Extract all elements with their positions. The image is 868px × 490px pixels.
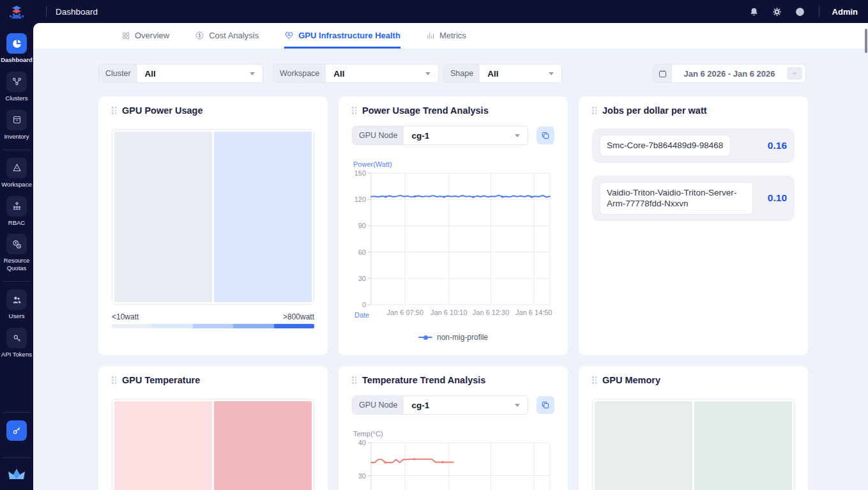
shape-filter-label: Shape xyxy=(444,65,480,82)
tab-overview[interactable]: Overview xyxy=(121,23,169,49)
chevron-down-icon xyxy=(549,72,554,75)
date-range-field[interactable]: Jan 6 2026 - Jan 6 2026 xyxy=(672,64,806,83)
shape-filter[interactable]: Shape All xyxy=(443,64,562,83)
svg-text:30: 30 xyxy=(358,275,366,282)
cards-row-2: GPU Temperature Temperature Trend Analys… xyxy=(98,366,868,490)
settings-button[interactable] xyxy=(772,6,783,17)
workspace-filter-label: Workspace xyxy=(273,65,326,82)
shape-filter-value: All xyxy=(480,69,549,79)
tab-metrics[interactable]: Metrics xyxy=(426,23,466,49)
card-title: GPU Memory xyxy=(602,375,660,385)
calendar-icon xyxy=(658,69,667,79)
bell-icon xyxy=(749,6,759,17)
cards-row-1: GPU Power Usage <10watt >800watt xyxy=(98,96,868,355)
date-range-value: Jan 6 2026 - Jan 6 2026 xyxy=(672,69,787,79)
sidebar-item-dashboard[interactable]: Dashboard xyxy=(0,33,33,64)
gpu-power-usage-card: GPU Power Usage <10watt >800watt xyxy=(98,96,328,355)
dashboard-tile[interactable] xyxy=(6,33,27,54)
inventory-tile[interactable] xyxy=(6,110,27,130)
date-chevron-button[interactable] xyxy=(787,67,802,80)
sidebar-item-label: Workspace xyxy=(1,181,33,188)
chevron-down-icon xyxy=(515,404,520,407)
power-heatmap xyxy=(112,129,314,305)
coins-clock-icon xyxy=(11,239,22,250)
copy-button[interactable] xyxy=(537,126,554,144)
svg-text:Jan 6 07:50: Jan 6 07:50 xyxy=(386,309,423,316)
chevron-down-icon xyxy=(515,134,520,137)
heatmap-cell[interactable] xyxy=(214,132,312,302)
users-tile[interactable] xyxy=(6,289,27,310)
card-title: Jobs per dollar per watt xyxy=(602,105,707,116)
legend-max-label: >800watt xyxy=(283,312,314,321)
sidebar-item-clusters[interactable]: Clusters xyxy=(0,72,33,102)
job-name: Smc-Core-7b864489d9-98468 xyxy=(600,135,730,157)
rbac-tile[interactable] xyxy=(6,196,27,217)
sidebar-item-label: Clusters xyxy=(1,95,33,102)
sidebar-item-label: Dashboard xyxy=(1,56,33,64)
drag-handle-icon[interactable] xyxy=(112,376,116,384)
crown-logo xyxy=(7,467,26,484)
sidebar-item-label: API Tokens xyxy=(1,351,33,358)
gpu-node-select[interactable]: GPU Node cg-1 xyxy=(352,395,528,415)
drag-handle-icon[interactable] xyxy=(352,376,356,384)
resource-quotas-tile[interactable] xyxy=(6,234,27,254)
sidebar-item-resource-quotas[interactable]: Resource Quotas xyxy=(0,234,33,272)
workspace-filter[interactable]: Workspace All xyxy=(273,64,439,83)
gpu-temperature-card: GPU Temperature xyxy=(98,366,328,490)
heatmap-cell[interactable] xyxy=(214,401,312,490)
chevron-down-icon xyxy=(791,70,798,77)
drag-handle-icon[interactable] xyxy=(592,107,597,114)
svg-text:Jan 6 14:50: Jan 6 14:50 xyxy=(515,309,552,316)
heatmap-cell[interactable] xyxy=(114,132,212,302)
svg-text:Jan 6 10:10: Jan 6 10:10 xyxy=(430,309,468,316)
gpu-node-select[interactable]: GPU Node cg-1 xyxy=(352,126,528,145)
sidebar-item-rbac[interactable]: RBAC xyxy=(0,196,33,227)
tab-gpu-infrastructure-health[interactable]: GPU Infrastructure Health xyxy=(284,23,400,49)
users-icon xyxy=(11,295,22,305)
heatmap-cell[interactable] xyxy=(114,401,212,490)
drag-handle-icon[interactable] xyxy=(352,107,356,114)
prism-icon xyxy=(11,162,22,173)
breadcrumb: Dashboard xyxy=(56,7,98,17)
copy-button[interactable] xyxy=(537,396,554,414)
y-axis-title: Power(Watt) xyxy=(352,160,554,168)
drag-handle-icon[interactable] xyxy=(112,107,116,114)
card-title: GPU Power Usage xyxy=(122,105,203,116)
notifications-button[interactable] xyxy=(749,6,760,17)
heatmap-cell[interactable] xyxy=(694,401,792,490)
drag-handle-icon[interactable] xyxy=(592,376,597,384)
sidebar-item-users[interactable]: Users xyxy=(0,289,33,320)
help-button[interactable]: ? xyxy=(795,6,806,17)
date-range-picker[interactable]: Jan 6 2026 - Jan 6 2026 xyxy=(653,64,806,83)
network-icon xyxy=(11,76,22,87)
scrollbar-thumb[interactable] xyxy=(865,29,867,53)
api-tokens-tile[interactable] xyxy=(6,328,27,348)
svg-text:0: 0 xyxy=(362,301,366,309)
heatmap-cell[interactable] xyxy=(595,401,692,490)
top-bar: Dashboard ? Admin xyxy=(33,0,868,23)
sidebar-item-api-tokens[interactable]: API Tokens xyxy=(0,328,33,358)
box-icon xyxy=(11,114,22,125)
main-content: Overview Cost Analysis GPU Infrastructur… xyxy=(33,23,868,490)
workspace-tile[interactable] xyxy=(6,158,27,178)
legend-series-name: non-mig-profile xyxy=(437,333,488,342)
power-trend-chart: 1501209060300Jan 6 07:50Jan 6 10:10Jan 6… xyxy=(352,168,554,320)
calendar-button[interactable] xyxy=(653,64,672,83)
tab-label: Metrics xyxy=(439,31,466,40)
cluster-filter[interactable]: Cluster All xyxy=(98,64,263,83)
quick-key-button[interactable] xyxy=(6,420,27,441)
tab-cost-analysis[interactable]: Cost Analysis xyxy=(195,23,259,49)
app-logo-icon xyxy=(7,3,26,22)
sidebar-item-workspace[interactable]: Workspace xyxy=(0,158,33,188)
chevron-down-icon xyxy=(425,72,430,75)
memory-heatmap xyxy=(592,399,795,490)
gpu-node-label: GPU Node xyxy=(353,126,404,144)
grid-icon xyxy=(121,31,130,40)
tab-label: Cost Analysis xyxy=(209,31,259,40)
clusters-tile[interactable] xyxy=(6,72,27,92)
svg-text:Jan 6 12:30: Jan 6 12:30 xyxy=(473,309,510,316)
chart-legend[interactable]: non-mig-profile xyxy=(352,333,554,342)
user-menu[interactable]: Admin xyxy=(832,7,858,17)
sidebar-item-inventory[interactable]: Inventory xyxy=(0,110,33,141)
svg-text:30: 30 xyxy=(358,472,366,480)
